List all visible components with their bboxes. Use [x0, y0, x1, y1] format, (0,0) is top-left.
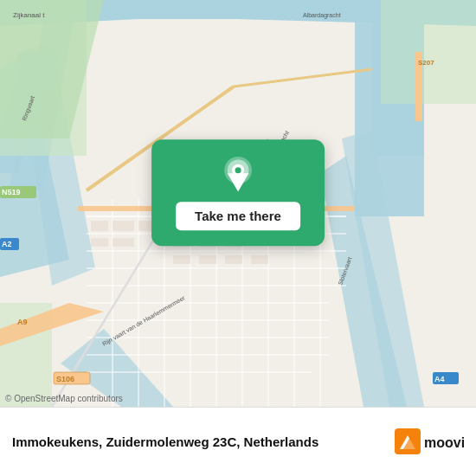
- svg-rect-67: [251, 255, 268, 264]
- location-info: Immokeukens, Zuidermolenweg 23C, Netherl…: [12, 434, 386, 449]
- svg-rect-57: [113, 221, 134, 231]
- svg-text:moovit: moovit: [424, 435, 464, 450]
- svg-text:N519: N519: [2, 188, 21, 196]
- svg-rect-65: [199, 255, 216, 264]
- map-container: S106 A9 S207 Zijkanaal t Albardagracht R…: [0, 0, 476, 407]
- svg-rect-56: [91, 221, 108, 231]
- svg-rect-14: [381, 0, 476, 104]
- svg-rect-64: [173, 255, 190, 264]
- app: S106 A9 S207 Zijkanaal t Albardagracht R…: [0, 0, 476, 476]
- svg-marker-75: [228, 173, 249, 191]
- svg-text:Zijkanaal t: Zijkanaal t: [13, 11, 45, 19]
- svg-rect-59: [91, 238, 108, 247]
- svg-text:A4: A4: [434, 375, 445, 383]
- location-name: Immokeukens, Zuidermolenweg 23C, Netherl…: [12, 434, 386, 449]
- svg-point-76: [235, 167, 241, 173]
- svg-rect-60: [113, 238, 134, 247]
- moovit-logo-svg: moovit: [395, 427, 464, 458]
- svg-text:S207: S207: [418, 59, 434, 67]
- overlay: Take me there: [151, 139, 325, 246]
- map-pin-icon: [219, 155, 257, 193]
- take-me-there-button[interactable]: Take me there: [176, 202, 300, 230]
- svg-text:A2: A2: [2, 240, 12, 248]
- map-attribution: © OpenStreetMap contributors: [5, 394, 123, 403]
- moovit-logo: moovit: [395, 427, 464, 458]
- svg-text:Albardagracht: Albardagracht: [303, 12, 341, 19]
- location-card: Take me there: [151, 139, 325, 246]
- bottom-bar: Immokeukens, Zuidermolenweg 23C, Netherl…: [0, 407, 476, 476]
- svg-rect-66: [225, 255, 242, 264]
- svg-text:S106: S106: [56, 375, 74, 383]
- svg-text:A9: A9: [17, 318, 28, 326]
